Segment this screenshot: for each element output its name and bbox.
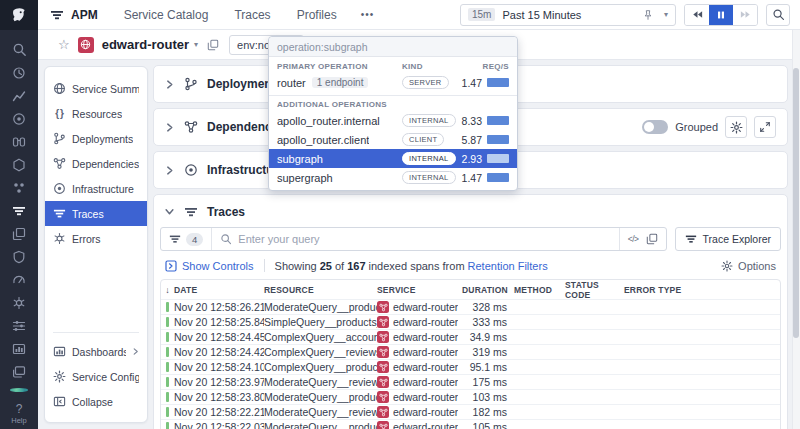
sidebar-item-errors[interactable]: Errors bbox=[45, 226, 147, 251]
traces-header[interactable]: Traces bbox=[160, 202, 781, 219]
sidebar-item-dependencies[interactable]: Dependencies bbox=[45, 151, 147, 176]
history-icon[interactable] bbox=[11, 66, 27, 80]
col-duration[interactable]: DURATION bbox=[462, 285, 510, 295]
copy-query-icon[interactable] bbox=[646, 233, 658, 245]
query-input[interactable] bbox=[238, 233, 610, 245]
notebooks-icon[interactable] bbox=[11, 365, 27, 379]
nav-service-catalog[interactable]: Service Catalog bbox=[124, 8, 209, 22]
additional-operation-row[interactable]: apollo_router.client CLIENT 5.87 bbox=[269, 130, 517, 149]
additional-operation-row[interactable]: subgraph INTERNAL 2.93 bbox=[269, 149, 517, 168]
primary-operation-row[interactable]: router 1 endpoint SERVER 1.47 bbox=[269, 73, 517, 92]
options-button[interactable]: Options bbox=[721, 260, 776, 272]
section-traces: Traces 4 </> Trace Explorer bbox=[153, 194, 788, 429]
col-resource[interactable]: RESOURCE bbox=[264, 285, 377, 295]
service-icon bbox=[377, 331, 389, 343]
col-error-type[interactable]: ERROR TYPE bbox=[624, 285, 780, 295]
monitors-icon[interactable] bbox=[11, 273, 27, 287]
collapse-icon bbox=[53, 395, 66, 408]
retention-filters-link[interactable]: Retention Filters bbox=[468, 260, 548, 272]
traces-icon bbox=[183, 204, 198, 219]
table-row[interactable]: Nov 20 12:58:26.211 ModerateQuery__produ… bbox=[161, 299, 780, 314]
sidebar-item-deployments[interactable]: Deployments bbox=[45, 126, 147, 151]
additional-operation-row[interactable]: apollo_router.internal INTERNAL 8.33 bbox=[269, 111, 517, 130]
dependencies-expand-button[interactable] bbox=[754, 116, 776, 138]
table-row[interactable]: Nov 20 12:58:23.803 ModerateQuery__produ… bbox=[161, 389, 780, 404]
metrics-icon[interactable] bbox=[11, 89, 27, 103]
kind-pill: INTERNAL bbox=[402, 152, 456, 165]
cell-service: edward-router bbox=[377, 361, 462, 373]
col-method[interactable]: METHOD bbox=[510, 285, 565, 295]
processes-icon[interactable] bbox=[11, 181, 27, 195]
nav-apm[interactable]: APM bbox=[50, 8, 98, 22]
spans-summary: Showing 25 of 167 indexed spans from Ret… bbox=[275, 260, 548, 272]
show-controls-link[interactable]: Show Controls bbox=[165, 260, 254, 272]
zoom-search-button[interactable] bbox=[766, 4, 790, 26]
service-caret-icon[interactable]: ▾ bbox=[194, 40, 198, 49]
error-tracking-icon[interactable] bbox=[11, 296, 27, 310]
time-caret-icon[interactable]: ▾ bbox=[664, 10, 668, 19]
trace-query-bar: 4 </> bbox=[160, 227, 667, 251]
cell-service: edward-router bbox=[377, 316, 462, 328]
filter-chip[interactable]: 4 bbox=[161, 228, 212, 250]
trace-explorer-button[interactable]: Trace Explorer bbox=[675, 227, 781, 251]
cell-service: edward-router bbox=[377, 301, 462, 313]
table-row[interactable]: Nov 20 12:58:22.215 ModerateQuery__revie… bbox=[161, 404, 780, 419]
table-row[interactable]: Nov 20 12:58:24.104 ComplexQuery__produc… bbox=[161, 359, 780, 374]
nav-traces[interactable]: Traces bbox=[234, 8, 270, 22]
integrations-icon[interactable] bbox=[11, 158, 27, 172]
table-row[interactable]: Nov 20 12:58:25.848 SimpleQuery__product… bbox=[161, 314, 780, 329]
dashboards-rail-icon[interactable] bbox=[11, 342, 27, 356]
table-row[interactable]: Nov 20 12:58:24.459 ComplexQuery__accoun… bbox=[161, 329, 780, 344]
left-rail: ? Help bbox=[0, 0, 38, 429]
additional-operation-row[interactable]: supergraph INTERNAL 1.47 bbox=[269, 168, 517, 187]
table-row[interactable]: Nov 20 12:58:23.978 ModerateQuery__revie… bbox=[161, 374, 780, 389]
pause-button[interactable] bbox=[709, 5, 733, 25]
forward-button[interactable] bbox=[733, 5, 757, 25]
table-row[interactable]: Nov 20 12:58:24.424 ComplexQuery__review… bbox=[161, 344, 780, 359]
watchdog-icon[interactable] bbox=[11, 112, 27, 126]
col-status-code[interactable]: STATUS CODE bbox=[565, 280, 624, 300]
more-menu-icon[interactable]: ••• bbox=[361, 9, 375, 20]
sidebar-item-service-summary[interactable]: Service Summary bbox=[45, 76, 147, 101]
search-icon[interactable] bbox=[11, 42, 27, 57]
help-icon[interactable]: ? bbox=[16, 402, 23, 416]
sidebar-item-dashboards[interactable]: Dashboards bbox=[45, 339, 147, 364]
panel-open-icon bbox=[165, 260, 177, 272]
sidebar-item-traces[interactable]: Traces bbox=[45, 201, 147, 226]
code-view-icon[interactable]: </> bbox=[628, 234, 639, 244]
reqs-value: 1.47 bbox=[454, 77, 482, 89]
sidebar-item-resources[interactable]: { } Resources bbox=[45, 101, 147, 126]
software-icon[interactable] bbox=[11, 227, 27, 241]
apm-icon[interactable] bbox=[11, 204, 27, 218]
datadog-logo[interactable] bbox=[0, 0, 38, 30]
dependencies-settings-button[interactable] bbox=[725, 116, 747, 138]
col-date[interactable]: DATE bbox=[174, 285, 264, 295]
cell-resource: ModerateQuery__reviews__1 bbox=[264, 376, 377, 388]
table-header-row: ↓ DATE RESOURCE SERVICE DURATION METHOD … bbox=[161, 280, 780, 299]
shield-icon[interactable] bbox=[11, 250, 27, 264]
trace-status-indicator bbox=[161, 347, 174, 357]
pin-icon[interactable] bbox=[642, 9, 654, 21]
col-service[interactable]: SERVICE bbox=[377, 285, 462, 295]
settings-sliders-icon[interactable] bbox=[11, 319, 27, 333]
service-icon bbox=[377, 301, 389, 313]
grouped-toggle[interactable] bbox=[642, 120, 668, 134]
scrollbar-thumb[interactable] bbox=[793, 68, 799, 338]
copy-icon[interactable] bbox=[207, 39, 219, 51]
table-row[interactable]: Nov 20 12:58:22.033 ModerateQuery__produ… bbox=[161, 419, 780, 429]
dashboards-icon bbox=[53, 345, 66, 358]
rewind-button[interactable] bbox=[685, 5, 709, 25]
operation-query-input[interactable]: operation:subgraph bbox=[269, 37, 517, 57]
sidebar-item-infrastructure[interactable]: Infrastructure bbox=[45, 176, 147, 201]
user-avatar[interactable] bbox=[10, 388, 28, 392]
sidebar-item-collapse[interactable]: Collapse bbox=[45, 389, 147, 414]
nav-profiles[interactable]: Profiles bbox=[297, 8, 337, 22]
binoculars-icon[interactable] bbox=[11, 135, 27, 149]
chevron-right-icon bbox=[165, 166, 174, 175]
trace-status-indicator bbox=[161, 302, 174, 312]
time-range-picker[interactable]: 15m Past 15 Minutes ▾ bbox=[460, 4, 676, 26]
sidebar-item-service-config[interactable]: Service Config bbox=[45, 364, 147, 389]
sort-descending-icon[interactable]: ↓ bbox=[165, 285, 170, 295]
cell-service: edward-router bbox=[377, 376, 462, 388]
favorite-star-icon[interactable]: ☆ bbox=[58, 37, 70, 52]
